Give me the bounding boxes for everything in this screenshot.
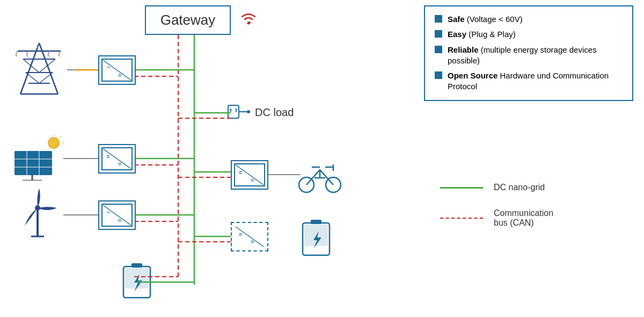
main-container: Gateway xyxy=(0,0,644,317)
svg-text:=: = xyxy=(251,177,254,183)
line-legend-green: DC nano-grid xyxy=(440,183,628,192)
svg-point-71 xyxy=(247,110,250,113)
svg-text:~: ~ xyxy=(106,63,111,71)
converter-2: = = xyxy=(98,144,136,174)
svg-rect-57 xyxy=(14,151,52,175)
svg-line-51 xyxy=(39,73,53,83)
green-line-sample xyxy=(440,187,483,189)
legend-box: Safe (Voltage < 60V) Easy (Plug & Play) … xyxy=(424,5,633,101)
svg-point-53 xyxy=(48,138,59,148)
dc-load-label: DC load xyxy=(255,106,294,119)
svg-text:=: = xyxy=(118,217,121,224)
legend-item-easy: Easy (Plug & Play) xyxy=(435,29,623,40)
svg-text:=: = xyxy=(239,169,242,176)
red-line-label: Communicationbus (CAN) xyxy=(494,208,553,228)
svg-text:=: = xyxy=(251,239,254,245)
svg-line-55 xyxy=(60,136,61,137)
legend-text-safe: Safe (Voltage < 60V) xyxy=(448,14,523,25)
svg-rect-85 xyxy=(131,263,142,268)
ebike-icon xyxy=(298,159,341,194)
wifi-icon xyxy=(239,10,258,30)
legend-text-easy: Easy (Plug & Play) xyxy=(448,29,516,40)
battery-bottom-icon xyxy=(121,262,153,300)
line-legend: DC nano-grid Communicationbus (CAN) xyxy=(440,183,628,244)
svg-text:=: = xyxy=(118,161,121,167)
gateway-label: Gateway xyxy=(160,12,216,28)
battery-right-icon xyxy=(298,218,333,258)
red-line-sample xyxy=(440,218,483,219)
svg-text:~: ~ xyxy=(106,208,111,217)
legend-item-opensource: Open Source Hardware und Communication P… xyxy=(435,70,623,92)
green-line-label: DC nano-grid xyxy=(494,183,545,192)
legend-square-4 xyxy=(435,71,442,79)
svg-rect-82 xyxy=(311,220,321,224)
svg-text:=: = xyxy=(118,72,121,78)
legend-square-3 xyxy=(435,46,442,53)
svg-line-49 xyxy=(39,59,55,73)
legend-square-2 xyxy=(435,30,442,38)
line-legend-red: Communicationbus (CAN) xyxy=(440,208,628,228)
legend-item-safe: Safe (Voltage < 60V) xyxy=(435,14,623,25)
converter-battery: = = xyxy=(231,222,268,251)
wind-turbine-icon xyxy=(13,185,62,239)
gateway-box: Gateway xyxy=(145,5,231,35)
grid-tower-icon xyxy=(11,40,67,99)
svg-line-48 xyxy=(23,59,39,73)
converter-ebike: = = xyxy=(231,160,268,190)
converter-3: ~ = xyxy=(98,200,136,230)
svg-point-0 xyxy=(247,22,250,25)
svg-line-50 xyxy=(26,73,39,83)
dc-load-icon xyxy=(225,101,252,123)
converter-1: ~ = xyxy=(98,55,136,85)
legend-item-reliable: Reliable (multiple energy storage device… xyxy=(435,45,623,67)
legend-square xyxy=(435,15,442,23)
solar-panel-icon xyxy=(10,133,68,182)
legend-text-opensource: Open Source Hardware und Communication P… xyxy=(448,70,623,92)
legend-text-reliable: Reliable (multiple energy storage device… xyxy=(448,45,623,67)
svg-text:=: = xyxy=(106,153,109,160)
svg-rect-67 xyxy=(228,105,239,118)
svg-text:=: = xyxy=(239,231,242,237)
